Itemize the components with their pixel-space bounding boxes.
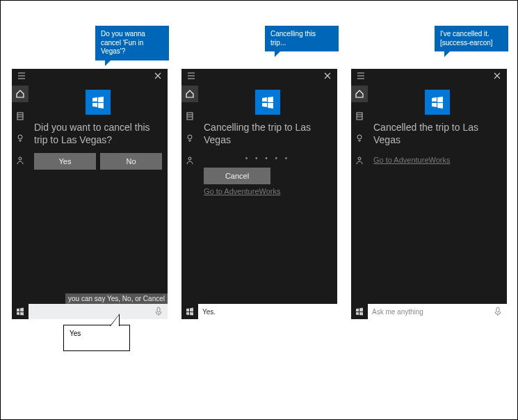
voice-hint: you can say Yes, No, or Cancel: [65, 293, 168, 304]
cortana-panel: Cancelling the trip to Las Vegas • • • •…: [181, 69, 337, 319]
windows-icon: [261, 96, 274, 108]
person-icon: [15, 156, 25, 165]
notebook-icon: [355, 111, 364, 121]
svg-point-8: [357, 135, 362, 139]
cortana-speech-bubble: I've cancelled it. [success-earcon]: [435, 26, 508, 51]
windows-icon: [355, 307, 364, 316]
close-button[interactable]: [151, 69, 165, 83]
svg-point-1: [18, 135, 22, 139]
svg-rect-0: [17, 113, 23, 120]
cortana-panel: Did you want to cancel this trip to Las …: [12, 69, 168, 319]
notebook-icon: [15, 111, 25, 121]
mic-button[interactable]: [152, 305, 165, 318]
search-box[interactable]: [29, 304, 168, 319]
search-input[interactable]: [372, 308, 492, 316]
menu-button[interactable]: [184, 69, 198, 83]
start-button[interactable]: [12, 304, 29, 319]
cortana-speech-bubble: Cancelling this trip...: [265, 26, 339, 51]
content-area: Did you want to cancel this trip to Las …: [29, 83, 168, 304]
sidebar-item-home[interactable]: [181, 86, 198, 102]
deep-link[interactable]: Go to AdventureWorks: [204, 187, 332, 195]
app-tile[interactable]: [425, 90, 450, 115]
sidebar-item-places[interactable]: [351, 130, 368, 147]
mic-icon: [494, 307, 501, 316]
sidebar-item-notebook[interactable]: [181, 108, 198, 124]
cortana-panel: Cancelled the trip to Las Vegas Go to Ad…: [351, 69, 507, 319]
content-area: Cancelling the trip to Las Vegas • • • •…: [198, 83, 337, 304]
bulb-icon: [185, 134, 195, 143]
mic-button[interactable]: [492, 305, 504, 318]
close-button[interactable]: [321, 69, 334, 83]
hamburger-icon: [357, 72, 365, 80]
user-speech-callout: Yes: [63, 325, 130, 351]
sidebar-item-places[interactable]: [181, 130, 198, 147]
person-icon: [185, 156, 195, 165]
search-box[interactable]: [198, 304, 337, 319]
sidebar-item-home[interactable]: [12, 86, 29, 102]
home-icon: [15, 89, 25, 99]
start-button[interactable]: [181, 304, 198, 319]
bulb-icon: [15, 134, 25, 143]
sidebar-item-notebook[interactable]: [12, 108, 29, 124]
search-input[interactable]: [33, 308, 152, 316]
svg-point-2: [19, 157, 22, 160]
person-icon: [355, 156, 364, 165]
yes-button[interactable]: Yes: [34, 153, 96, 170]
progress-indicator: • • • • •: [204, 154, 332, 162]
sidebar-item-feedback[interactable]: [351, 152, 368, 169]
status-heading: Cancelling the trip to Las Vegas: [204, 122, 332, 146]
cancel-button[interactable]: Cancel: [204, 168, 270, 184]
svg-point-6: [188, 157, 191, 160]
cortana-speech-bubble: Do you wanna cancel 'Fun in Vegas'?: [95, 26, 169, 60]
home-icon: [185, 89, 195, 99]
svg-point-9: [358, 157, 361, 160]
sidebar-item-feedback[interactable]: [181, 152, 198, 169]
content-area: Cancelled the trip to Las Vegas Go to Ad…: [368, 83, 507, 304]
sidebar: [181, 83, 198, 304]
svg-rect-3: [157, 307, 160, 312]
close-icon: [493, 72, 501, 80]
notebook-icon: [185, 111, 195, 121]
svg-rect-4: [187, 113, 193, 120]
svg-point-5: [188, 135, 192, 139]
search-input[interactable]: [202, 308, 334, 316]
menu-button[interactable]: [354, 69, 368, 83]
sidebar-item-places[interactable]: [12, 130, 29, 147]
search-box[interactable]: [368, 304, 507, 319]
mic-icon: [155, 307, 162, 316]
callout-text: Yes: [70, 330, 81, 337]
result-heading: Cancelled the trip to Las Vegas: [373, 122, 501, 146]
bulb-icon: [355, 134, 364, 143]
no-button[interactable]: No: [100, 153, 162, 170]
hamburger-icon: [187, 72, 195, 80]
deep-link[interactable]: Go to AdventureWorks: [373, 156, 501, 164]
prompt-heading: Did you want to cancel this trip to Las …: [34, 122, 162, 146]
sidebar-item-feedback[interactable]: [12, 152, 29, 169]
windows-icon: [431, 96, 444, 108]
hamburger-icon: [17, 72, 26, 80]
home-icon: [355, 89, 364, 99]
app-tile[interactable]: [86, 90, 111, 115]
svg-rect-10: [496, 307, 499, 312]
close-button[interactable]: [490, 69, 504, 83]
sidebar-item-notebook[interactable]: [351, 108, 368, 124]
sidebar: [351, 83, 368, 304]
svg-rect-7: [357, 113, 362, 120]
app-tile[interactable]: [255, 90, 280, 115]
windows-icon: [16, 307, 24, 316]
close-icon: [154, 72, 162, 80]
windows-icon: [92, 96, 104, 108]
start-button[interactable]: [351, 304, 368, 319]
close-icon: [323, 72, 332, 80]
menu-button[interactable]: [15, 69, 29, 83]
windows-icon: [186, 307, 194, 316]
sidebar-item-home[interactable]: [351, 86, 368, 102]
sidebar: [12, 83, 29, 304]
